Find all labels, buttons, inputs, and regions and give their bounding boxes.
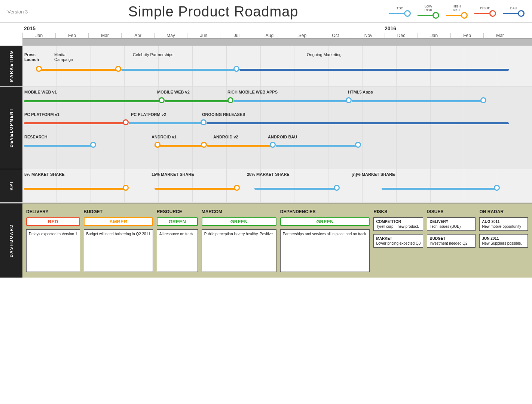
radar-jun: JUN 2011 New Suppliers possible.	[479, 234, 528, 248]
android-bau-label: ANDROID BAU	[268, 135, 297, 139]
month-aug: Aug	[253, 33, 286, 38]
dashboard-on-radar: ON RADAR AUG 2011 New mobile opportunity…	[479, 209, 528, 272]
pc-platform-bar1	[24, 122, 126, 124]
legend-high-risk-label: HIGHRISK	[453, 5, 461, 12]
dashboard-content: DELIVERY RED Delays expected to Version …	[22, 203, 532, 278]
marcom-badge: GREEN	[202, 217, 276, 226]
risk-market-text: Lower pricing expected Q3	[376, 241, 421, 246]
kpi-bar1	[24, 188, 126, 190]
grid-10	[328, 46, 362, 86]
kpi-n-pct-label: [n]% MARKET SHARE	[352, 172, 395, 177]
pc-platform-v1-label: PC PLATFORM v1	[24, 112, 59, 117]
development-content: MOBILE WEB v1 MOBILE WEB v2 RICH MOBILE …	[22, 87, 532, 169]
year-2016: 2016	[385, 25, 396, 31]
risk-competitor-text: Tyrell corp – new product.	[376, 224, 421, 229]
month-jan-2016: Jan	[418, 33, 450, 38]
android-bau-dot	[355, 142, 361, 148]
android-bau-bar	[276, 145, 358, 147]
pc-platform-dot-mar	[123, 119, 129, 125]
research-dot	[90, 142, 96, 148]
html5-dot	[480, 97, 486, 103]
dashboard-dependencies: DEPENDENCIES GREEN Partnerships and serv…	[280, 209, 370, 272]
android-v1-bar	[155, 145, 204, 147]
grid-11	[362, 46, 396, 86]
month-jan-2015: Jan	[22, 33, 55, 38]
dashboard-label: DASHBOARD	[0, 203, 22, 278]
kpi-dot2	[234, 185, 240, 191]
month-mar: Mar	[88, 33, 121, 38]
grid-4	[124, 46, 158, 86]
grid-7	[226, 46, 260, 86]
kpi-15pct-label: 15% MARKET SHARE	[152, 172, 194, 177]
kpi-grid-15	[498, 169, 532, 202]
grid-2	[56, 46, 91, 86]
grid-8	[260, 46, 294, 86]
dashboard-resource: RESOURCE GREEN All resource on track.	[157, 209, 198, 272]
mobile-web-dot-apr	[159, 97, 165, 103]
legend-bau-row	[503, 10, 525, 17]
legend-high-risk-row	[446, 12, 468, 19]
marketing-bar-orange	[39, 69, 121, 71]
dashboard-budget: BUDGET AMBER Budget will need bolstering…	[84, 209, 153, 272]
android-v1-dot-end	[201, 142, 207, 148]
android-v1-dot-start	[155, 142, 160, 148]
app-container: Version 3 Simple Product Roadmap TBC LOW…	[0, 0, 532, 278]
radar-aug-text: New mobile opportunity	[482, 224, 525, 229]
risk-market: MARKET Lower pricing expected Q3	[373, 234, 423, 248]
marketing-dot-jun	[233, 66, 239, 72]
issue-delivery: DELIVERY Tech issues (BOB)	[427, 217, 476, 231]
budget-header: BUDGET	[84, 209, 153, 214]
kpi-grid-9	[294, 169, 328, 202]
dependencies-header: DEPENDENCIES	[280, 209, 370, 214]
marcom-header: MARCOM	[202, 209, 276, 214]
marcom-text: Public perception is very healthy. Posit…	[202, 229, 276, 272]
html5-bar	[352, 100, 483, 102]
pc-platform-dot-jun	[201, 119, 207, 125]
marketing-label: MARKETING	[0, 46, 22, 86]
grid-15	[498, 46, 532, 86]
dev-grid-11	[362, 87, 396, 169]
month-oct: Oct	[319, 33, 352, 38]
issue-budget: BUDGET Investment needed Q2	[427, 234, 476, 248]
rich-mobile-dot	[346, 97, 352, 103]
dev-grid-4	[124, 87, 158, 169]
dev-grid-12	[396, 87, 430, 169]
legend-bau: BAU	[503, 7, 525, 17]
celebrity-partnerships-label: Celebrity Partnerships	[133, 52, 173, 57]
dev-grid-3	[91, 87, 125, 169]
legend-bau-label: BAU	[510, 7, 517, 10]
legend-low-risk-dot	[432, 12, 439, 19]
version-label: Version 3	[7, 9, 34, 15]
kpi-bar4	[382, 188, 497, 190]
pc-platform-v2-label: PC PLATFORM v2	[131, 112, 166, 117]
risk-market-title: MARKET	[376, 236, 421, 241]
legend-tbc: TBC	[389, 7, 411, 17]
legend-high-risk-dot	[461, 12, 468, 19]
month-feb-2016: Feb	[450, 33, 483, 38]
dashboard-section: DASHBOARD DELIVERY RED Delays expected t…	[0, 203, 532, 278]
dev-grid-2	[56, 87, 91, 169]
dashboard-issues: ISSUES DELIVERY Tech issues (BOB) BUDGET…	[427, 209, 476, 272]
android-v2-dot	[270, 142, 276, 148]
legend-issue-label: ISSUE	[480, 7, 490, 10]
kpi-28pct-label: 28% MARKET SHARE	[247, 172, 290, 177]
issue-budget-text: Investment needed Q2	[429, 241, 473, 246]
issues-header: ISSUES	[427, 209, 476, 214]
delivery-header: DELIVERY	[26, 209, 80, 214]
marketing-grid	[22, 46, 532, 86]
android-v1-label: ANDROID v1	[152, 135, 177, 139]
month-jul: Jul	[220, 33, 253, 38]
dev-grid-9	[294, 87, 328, 169]
timeline-gray-bar	[22, 39, 532, 46]
kpi-section: KPI	[0, 169, 532, 203]
kpi-5pct-label: 5% MARKET SHARE	[24, 172, 65, 177]
marketing-section: MARKETING	[0, 46, 532, 87]
resource-badge: GREEN	[157, 217, 198, 226]
development-label: DEVELOPMENT	[0, 87, 22, 169]
dev-grid-6	[192, 87, 226, 169]
legend-tbc-label: TBC	[397, 7, 403, 10]
dashboard-marcom: MARCOM GREEN Public perception is very h…	[202, 209, 276, 272]
month-row: Jan Feb Mar Apr May Jun Jul Aug Sep Oct …	[22, 33, 532, 39]
month-nov: Nov	[352, 33, 385, 38]
month-dec: Dec	[385, 33, 418, 38]
